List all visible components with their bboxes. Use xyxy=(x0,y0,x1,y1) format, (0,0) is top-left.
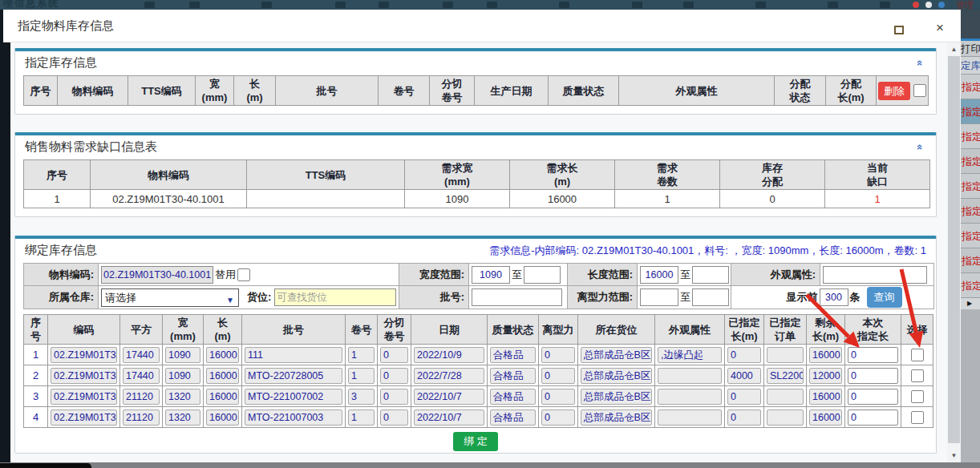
scroll-up-icon[interactable]: ▲ xyxy=(947,42,961,56)
close-icon[interactable]: × xyxy=(932,20,948,36)
assign-button-fragment[interactable]: 指定 xyxy=(962,255,980,267)
column-header: 需求 卷数 xyxy=(615,160,720,190)
delete-button[interactable]: 删除 xyxy=(878,82,910,100)
select-row-checkbox[interactable] xyxy=(911,411,924,424)
toolbar-icon[interactable] xyxy=(379,2,389,8)
cell-value xyxy=(658,389,722,405)
cell-value: 合格品 xyxy=(490,368,536,384)
release-to-input[interactable] xyxy=(692,288,729,306)
width-from-input[interactable]: 1090 xyxy=(472,266,510,284)
cell-value: 16000 xyxy=(206,368,239,384)
scrollbar-thumb[interactable] xyxy=(948,56,960,443)
select-row-checkbox[interactable] xyxy=(911,369,924,382)
cell-value: 21120 xyxy=(123,410,160,426)
collapse-icon[interactable]: « xyxy=(914,144,926,150)
cell-value: 16000 xyxy=(809,347,842,363)
query-button[interactable]: 查询 xyxy=(867,287,902,308)
dialog-title: 指定物料库存信息 xyxy=(18,18,114,34)
appearance-input[interactable] xyxy=(823,266,927,284)
white-icon[interactable] xyxy=(925,2,932,8)
toolbar-icon[interactable] xyxy=(189,2,200,8)
cell-value: 0 xyxy=(727,347,761,363)
cell-value: 2022/10/9 xyxy=(414,347,484,363)
assign-length-input[interactable]: 0 xyxy=(848,410,898,426)
cell-value: 16000 xyxy=(809,389,842,405)
cell-value: 3 xyxy=(348,389,375,405)
assign-button-fragment[interactable]: 指定 xyxy=(962,106,980,118)
toolbar-icon[interactable] xyxy=(335,2,346,8)
cell-value: 1 xyxy=(348,347,375,363)
length-to-input[interactable] xyxy=(692,266,729,284)
toolbar-icon[interactable] xyxy=(559,2,569,8)
toolbar-icon[interactable] xyxy=(755,2,766,8)
admin-label[interactable]: 管理员 xyxy=(956,0,980,10)
column-header: 卷号 xyxy=(379,76,430,106)
collapse-icon[interactable]: « xyxy=(914,60,926,66)
column-header: 本次 指定长 xyxy=(845,315,901,345)
cell-value: 02.Z19M01T30-40.1001 xyxy=(51,347,117,363)
length-from-input[interactable]: 16000 xyxy=(640,266,678,284)
toolbar-icon[interactable] xyxy=(261,2,272,8)
column-header: 长 (m) xyxy=(204,315,242,345)
assign-button-fragment[interactable]: 指定 xyxy=(962,131,980,143)
scroll-down-icon[interactable]: ▼ xyxy=(947,449,961,462)
toolbar-icon[interactable] xyxy=(880,2,890,8)
assign-button-fragment[interactable]: 指定 xyxy=(962,205,980,217)
toolbar-icon[interactable] xyxy=(683,2,694,8)
toolbar-icon[interactable] xyxy=(632,2,642,8)
row-number: 3 xyxy=(24,386,48,407)
batch-input[interactable] xyxy=(472,288,562,306)
cell-value: 0 xyxy=(541,410,575,426)
delete-all-checkbox[interactable] xyxy=(913,84,926,97)
to-label: 至 xyxy=(680,290,690,305)
select-row-checkbox[interactable] xyxy=(911,390,924,403)
cell-value: 111 xyxy=(245,347,342,363)
background-app-strip: 打印定库存指定指定指定指定指定指定指定指定指定▶ xyxy=(961,10,980,462)
assign-length-input[interactable]: 0 xyxy=(848,347,898,363)
dialog-title-bar: 指定物料库存信息 × xyxy=(3,10,961,42)
assign-length-input[interactable]: 0 xyxy=(848,368,898,384)
assign-length-input[interactable]: 0 xyxy=(848,389,898,405)
toolbar-icon[interactable] xyxy=(443,2,453,8)
red-icon[interactable] xyxy=(913,2,919,8)
column-header: 日期 xyxy=(411,315,488,345)
bind-button[interactable]: 绑 定 xyxy=(453,432,498,451)
column-header: 所在货位 xyxy=(578,315,655,345)
cell xyxy=(247,190,405,208)
warehouse-select[interactable]: 请选择▼ xyxy=(101,288,239,307)
column-header: 已指定 长(m) xyxy=(725,315,764,345)
column-header: 批号 xyxy=(242,315,346,345)
cell-value: 0 xyxy=(541,368,575,384)
substitute-checkbox[interactable] xyxy=(237,268,250,281)
toolbar-icon[interactable] xyxy=(487,2,497,8)
restore-window-icon[interactable] xyxy=(894,26,904,34)
assign-button-fragment[interactable]: 指定 xyxy=(962,81,980,93)
assign-button-fragment[interactable]: 指定 xyxy=(962,180,980,192)
cell-value: 21120 xyxy=(123,389,160,405)
section-title: 绑定库存信息 xyxy=(25,243,97,258)
location-input[interactable]: 可查找货位 xyxy=(274,288,396,306)
cell-value: 0 xyxy=(541,347,575,363)
column-header: 质量状态 xyxy=(549,76,619,106)
width-to-input[interactable] xyxy=(524,266,561,284)
show-count-input[interactable]: 300 xyxy=(820,288,848,306)
select-row-checkbox[interactable] xyxy=(911,349,924,361)
release-from-input[interactable] xyxy=(640,288,678,306)
show-first-label: 显示前 xyxy=(787,290,818,305)
scroll-right-icon[interactable]: ▶ xyxy=(967,300,972,307)
assign-button-fragment[interactable]: 指定 xyxy=(962,155,980,167)
cell-value: 合格品 xyxy=(490,347,536,363)
assign-button-fragment[interactable]: 指定 xyxy=(962,280,980,292)
column-header: 宽 (mm) xyxy=(163,315,204,345)
taskbar-fragment xyxy=(0,463,91,468)
print-label-fragment[interactable]: 打印 xyxy=(961,43,980,54)
toolbar-icon[interactable] xyxy=(828,2,838,8)
toolbar-icon[interactable] xyxy=(144,2,155,8)
blue-icon[interactable] xyxy=(938,2,945,8)
demand-info-line: 需求信息-内部编码: 02.Z19M01T30-40.1001，料号: ，宽度:… xyxy=(489,244,926,258)
specified-inventory-table: 序号物料编码TTS编码宽 (mm)长 (m)批号卷号分切 卷号生产日期质量状态外… xyxy=(23,75,929,106)
assign-button-fragment[interactable]: 指定 xyxy=(962,230,980,242)
dialog-scrollbar[interactable]: ▲ ▼ xyxy=(947,42,961,462)
column-header: 编码 xyxy=(48,315,120,345)
table-row: 302.Z19M01T30-40.100121120132016000MTO-2… xyxy=(24,386,933,407)
